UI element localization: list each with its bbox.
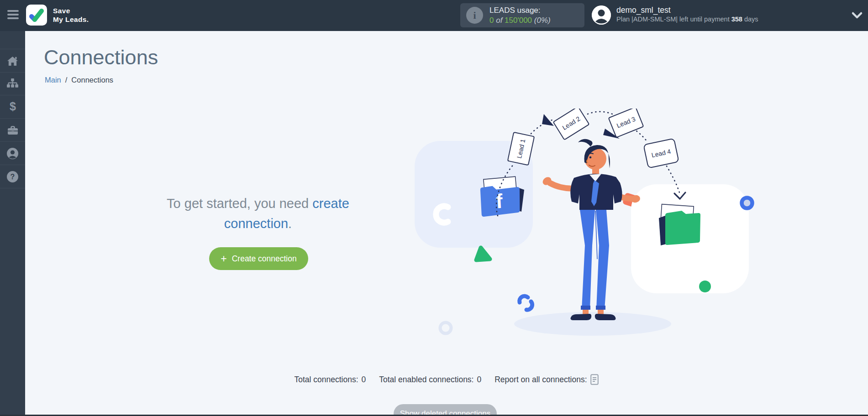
- brand-checkmark-icon: [26, 5, 47, 26]
- triangle-shape: [476, 248, 490, 260]
- empty-state-text: To get started, you need create connecti…: [144, 193, 372, 234]
- plus-icon: +: [221, 254, 226, 264]
- report-document-icon[interactable]: [590, 374, 599, 385]
- connections-stats: Total connections:0 Total enabled connec…: [25, 374, 868, 385]
- lead-paper: Lead 4: [643, 138, 679, 168]
- hamburger-menu-icon[interactable]: [7, 10, 19, 20]
- user-circle-icon: [7, 148, 18, 159]
- chevron-down-icon[interactable]: [850, 11, 864, 21]
- brand-name: Save My Leads.: [53, 6, 89, 24]
- sidebar-item-services[interactable]: [0, 119, 25, 142]
- briefcase-icon: [7, 125, 19, 135]
- breadcrumb-separator: /: [65, 76, 68, 84]
- dollar-icon: $: [7, 101, 18, 113]
- user-plan: Plan |ADM-SML-SM| left until payment 358…: [616, 15, 758, 24]
- sitemap-icon: [6, 78, 19, 89]
- sidebar-item-account[interactable]: [0, 142, 25, 165]
- lead-paper: Lead 3: [609, 109, 644, 137]
- user-name: demo_sml_test: [616, 5, 758, 15]
- user-menu[interactable]: demo_sml_test Plan |ADM-SML-SM| left unt…: [592, 5, 758, 25]
- svg-text:?: ?: [11, 173, 15, 181]
- lead-paper: Lead 2: [553, 109, 589, 140]
- leads-usage-label: LEADS usage:: [489, 5, 551, 16]
- svg-text:$: $: [10, 101, 16, 113]
- leads-usage-value: 0 of 150'000 (0%): [489, 16, 551, 26]
- squiggle-shape: [526, 302, 532, 310]
- avatar: [592, 5, 611, 25]
- person-illustration: [541, 139, 641, 320]
- sidebar-item-connections[interactable]: [0, 72, 25, 95]
- sidebar-item-billing[interactable]: $: [0, 95, 25, 119]
- home-icon: [7, 56, 18, 66]
- leads-usage-badge: i LEADS usage: 0 of 150'000 (0%): [460, 3, 584, 27]
- empty-state-illustration: f Lead 1 Lead 2 Lead 3 Lead 4: [413, 109, 756, 338]
- brand-logo[interactable]: Save My Leads.: [26, 5, 89, 26]
- total-connections-stat: Total connections:0: [294, 375, 366, 385]
- green-dot: [699, 281, 711, 292]
- create-connection-button[interactable]: + Create connection: [209, 247, 308, 270]
- info-icon: i: [466, 7, 483, 24]
- report-stat: Report on all connections:: [494, 374, 599, 385]
- help-icon: ?: [7, 171, 18, 182]
- sidebar-item-help[interactable]: ?: [0, 165, 25, 188]
- ring-shape: [440, 322, 451, 333]
- breadcrumb-current: Connections: [71, 76, 113, 84]
- breadcrumb: Main / Connections: [45, 76, 113, 84]
- svg-text:f: f: [495, 190, 504, 213]
- breadcrumb-main-link[interactable]: Main: [45, 76, 61, 84]
- page-title: Connections: [44, 46, 158, 69]
- squiggle-shape: [520, 296, 528, 302]
- sidebar-item-home[interactable]: [0, 49, 25, 73]
- ground-shadow: [514, 312, 671, 336]
- enabled-connections-stat: Total enabled connections:0: [379, 375, 481, 385]
